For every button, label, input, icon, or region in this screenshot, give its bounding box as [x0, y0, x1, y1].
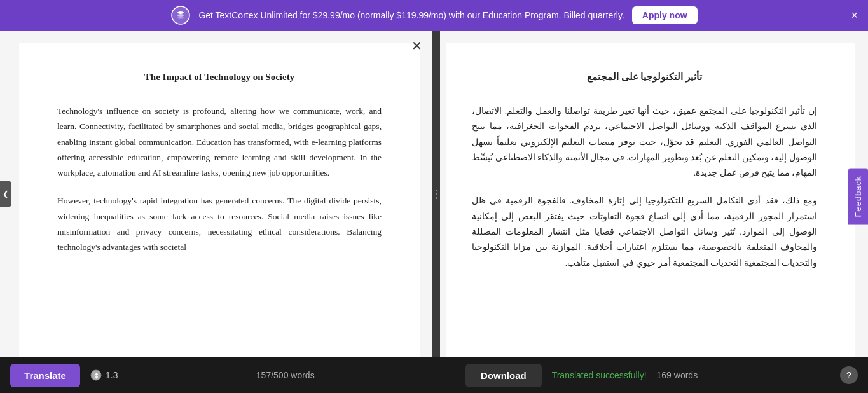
right-document: تأثير التكنولوجيا على المجتمع إن تأثير ا…	[446, 43, 855, 357]
download-button[interactable]: Download	[465, 364, 542, 387]
success-status: Translated successfully!	[552, 370, 647, 380]
left-doc-title: The Impact of Technology on Society	[57, 69, 382, 86]
close-document-button[interactable]: ✕	[411, 38, 422, 53]
top-banner: Get TextCortex Unlimited for $29.99/mo (…	[0, 0, 868, 31]
main-area: ❮ ✕ The Impact of Technology on Society …	[0, 31, 868, 357]
left-doc-para2: However, technology's rapid integration …	[57, 193, 382, 255]
left-toggle-button[interactable]: ❮	[0, 181, 11, 207]
left-panel: ❮ ✕ The Impact of Technology on Society …	[0, 31, 432, 357]
word-count-right: 169 words	[657, 370, 698, 380]
left-document: The Impact of Technology on Society Tech…	[19, 43, 420, 357]
banner-close-button[interactable]: ×	[851, 10, 858, 21]
left-doc-para1: Technology's influence on society is pro…	[57, 104, 382, 181]
divider-handle	[436, 190, 437, 199]
bottom-left-section: Translate ₵ 1.3 157/500 words	[10, 364, 443, 387]
right-doc-title: تأثير التكنولوجيا على المجتمع	[472, 69, 817, 86]
banner-text: Get TextCortex Unlimited for $29.99/mo (…	[198, 10, 624, 20]
bottom-right-section: Download Translated successfully! 169 wo…	[453, 364, 858, 387]
right-panel: تأثير التكنولوجيا على المجتمع إن تأثير ا…	[440, 31, 868, 357]
right-doc-para1: إن تأثير التكنولوجيا على المجتمع عميق، ح…	[472, 104, 817, 181]
word-count-left: 157/500 words	[256, 370, 315, 380]
credits-value: 1.3	[106, 370, 118, 380]
textcortex-logo-icon	[170, 5, 191, 25]
bottom-bar: Translate ₵ 1.3 157/500 words Download T…	[0, 357, 868, 393]
credits-info: ₵ 1.3	[90, 369, 118, 381]
translate-button[interactable]: Translate	[10, 364, 80, 387]
svg-text:₵: ₵	[94, 372, 98, 379]
feedback-tab[interactable]: Feedback	[848, 168, 868, 224]
apply-now-button[interactable]: Apply now	[632, 6, 698, 24]
right-doc-para2: ومع ذلك، فقد أدى التكامل السريع للتكنولو…	[472, 193, 817, 270]
credits-icon: ₵	[90, 369, 102, 381]
help-button[interactable]: ?	[840, 366, 858, 384]
panel-divider[interactable]	[432, 31, 440, 357]
